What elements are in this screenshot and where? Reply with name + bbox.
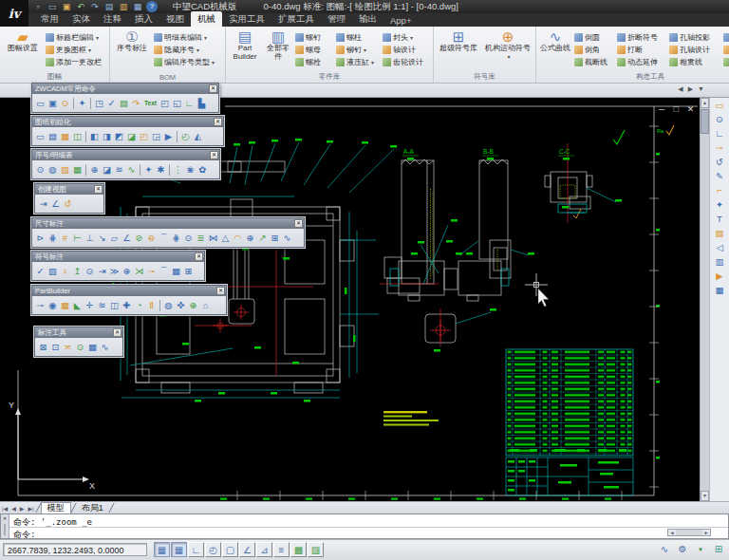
toolbar-icon[interactable]: # [59, 231, 71, 245]
toolbar-图纸初始化[interactable]: 图纸初始化✕▭▤▦◫◧◨◩◪◰◲▶◴◭ [31, 116, 224, 146]
toolbar-icon[interactable]: ⊙ [182, 231, 195, 245]
status-toggle[interactable]: ▦ [171, 542, 187, 557]
toolbar-标注工具[interactable]: 标注工具✕⊠⊡≍⊙▦∿ [34, 327, 123, 357]
toolbar-icon[interactable]: ⊙ [59, 96, 71, 110]
toolbar-icon[interactable]: Text [142, 96, 159, 110]
command-grip[interactable] [4, 524, 6, 535]
toolbar-icon[interactable]: ◱ [171, 96, 183, 110]
toolbar-icon[interactable]: ≍ [62, 340, 74, 354]
toolbar-titlebar[interactable]: 尺寸标注✕ [32, 218, 304, 229]
toolbar-close-icon[interactable]: ✕ [113, 328, 122, 337]
ribbon-item-更换图框[interactable]: 更换图框▾ [46, 44, 106, 55]
scrollbar-thumb[interactable] [701, 109, 709, 134]
ribbon-item-封头[interactable]: 封头▾ [383, 31, 430, 43]
toolbar-icon[interactable]: ◠ [232, 231, 244, 245]
command-window[interactable]: ✕ 命令: '_.zoom _e 命令: ◀ ▶ [0, 513, 729, 539]
menu-tab-注释[interactable]: 注释 [97, 11, 128, 27]
palette-icon[interactable]: T [710, 212, 729, 226]
toolbar-icon[interactable]: ∟ [183, 96, 196, 110]
toolbar-icon[interactable]: ⊞ [269, 231, 281, 245]
ribbon-item-孔轴设计[interactable]: 孔轴设计 [669, 44, 720, 55]
menu-tab-实体[interactable]: 实体 [65, 11, 97, 27]
toolbar-icon[interactable]: ▤ [118, 96, 130, 110]
ribbon-item-添加一更改栏[interactable]: 添加一更改栏 [46, 56, 106, 67]
toolbar-icon[interactable]: ✓ [34, 264, 47, 278]
palette-icon[interactable]: ↺ [710, 155, 729, 169]
toolbar-icon[interactable]: ✦ [76, 96, 88, 110]
palette-icon[interactable]: ∟ [710, 126, 729, 140]
palette-icon[interactable]: ◁ [710, 240, 729, 254]
toolbar-icon[interactable]: ⊖ [145, 231, 158, 245]
toolbar-尺寸标注[interactable]: 尺寸标注✕⊳⋕#⊢⊥↘▱∠⊘⊖⌒⋕⊙≣⋈△◠⊕↗⊞∿ [31, 217, 305, 248]
toolbar-icon[interactable]: ◍ [47, 162, 59, 177]
toolbar-icon[interactable]: ▤ [47, 129, 59, 143]
ribbon-item-螺栓[interactable]: 螺栓 [295, 56, 333, 67]
toolbar-icon[interactable]: ⋕ [170, 231, 182, 245]
toolbar-icon[interactable]: ◳ [93, 96, 105, 110]
ribbon-item-标题栏编辑[interactable]: 标题栏编辑▾ [46, 31, 106, 43]
status-toggle[interactable]: ⊿ [256, 542, 272, 557]
ribbon-item-液压缸[interactable]: 液压缸▾ [336, 56, 380, 67]
ribbon-item-倒角[interactable]: 倒角 [574, 44, 614, 55]
toolbar-icon[interactable]: ⌒ [158, 264, 170, 278]
ribbon-item-铆钉[interactable]: 铆钉▾ [336, 44, 380, 55]
toolbar-icon[interactable]: ✿ [196, 162, 209, 177]
toolbar-icon[interactable]: ⊙ [34, 162, 47, 177]
doc-tab-nav-icon[interactable]: ◀ [678, 85, 682, 93]
palette-icon[interactable]: ⊸ [710, 140, 729, 155]
layout-tab-布局1[interactable]: 布局1 [76, 502, 109, 514]
toolbar-titlebar[interactable]: 序号/明细表✕ [32, 150, 219, 160]
ribbon-item-轴设计[interactable]: 轴设计 [383, 44, 430, 55]
toolbar-close-icon[interactable]: ✕ [94, 185, 103, 194]
toolbar-icon[interactable]: ≋ [113, 162, 125, 177]
toolbar-icon[interactable]: ◫ [108, 298, 121, 312]
ribbon-button-超级符号库[interactable]: ⊞超级符号库 [437, 28, 480, 73]
toolbar-icon[interactable]: ◪ [125, 129, 138, 143]
palette-icon[interactable]: ⊙ [710, 112, 729, 126]
toolbar-icon[interactable]: ↷ [130, 96, 142, 110]
toolbar-icon[interactable]: ✦ [142, 162, 155, 177]
status-toggle[interactable]: ∟ [188, 542, 204, 557]
toolbar-icon[interactable]: ≋ [96, 298, 108, 312]
ribbon-item-单孔[interactable]: 单孔 [723, 44, 729, 55]
toolbar-icon[interactable]: ▦ [86, 340, 99, 354]
command-hscrollbar[interactable]: ◀ ▶ [667, 529, 711, 536]
palette-icon[interactable]: ▭ [710, 98, 729, 112]
layout-nav-icon[interactable]: ▶ [20, 505, 25, 512]
ribbon-item-相贯线[interactable]: 相贯线 [669, 56, 720, 67]
layout-tab-模型[interactable]: 模型 [41, 502, 71, 513]
ribbon-item-编辑序号类型[interactable]: 编辑序号类型▾ [154, 56, 222, 67]
menu-tab-实用工具[interactable]: 实用工具 [222, 11, 271, 27]
toolbar-titlebar[interactable]: 图纸初始化✕ [32, 117, 223, 127]
toolbar-icon[interactable]: ↘ [96, 231, 108, 245]
layout-nav-icon[interactable]: ▶| [28, 505, 33, 512]
toolbar-icon[interactable]: ◉ [47, 298, 59, 312]
toolbar-icon[interactable]: ▦ [170, 264, 182, 278]
toolbar-ZWCADM常用命令[interactable]: ZWCADM常用命令✕▭▣⊙✦◳✓▤↷Text◰◱∟▙ [31, 83, 219, 113]
toolbar-icon[interactable]: ◧ [88, 129, 101, 143]
toolbar-icon[interactable]: ↺ [62, 196, 74, 211]
toolbar-icon[interactable]: ▙ [196, 96, 208, 110]
toolbar-icon[interactable]: ⊕ [187, 298, 199, 312]
toolbar-icon[interactable]: ≣ [195, 231, 207, 245]
ribbon-item-孔轴投影[interactable]: 孔轴投影 [669, 31, 720, 43]
toolbar-icon[interactable]: ⊙ [74, 340, 86, 354]
toolbar-icon[interactable]: ◨ [101, 129, 113, 143]
ribbon-button-公式曲线[interactable]: ∿公式曲线 [539, 28, 571, 73]
toolbar-close-icon[interactable]: ✕ [216, 287, 225, 295]
toolbar-PartBuilder[interactable]: PartBuilder✕⊸◉▦◣✛≋◫✚◔Ⅱ◍✜⊕⌂ [31, 285, 227, 315]
menu-tab-视图[interactable]: 视图 [159, 11, 191, 27]
toolbar-icon[interactable]: ⊠ [37, 340, 49, 354]
toolbar-icon[interactable]: ⊞ [182, 264, 195, 278]
toolbar-close-icon[interactable]: ✕ [214, 118, 222, 126]
ribbon-item-齿轮设计[interactable]: 齿轮设计 [383, 56, 430, 67]
ribbon-item-折断符号[interactable]: 折断符号 [617, 31, 666, 43]
menu-tab-插入[interactable]: 插入 [128, 11, 159, 27]
palette-icon[interactable]: ✦ [710, 197, 729, 212]
toolbar-icon[interactable]: ▣ [47, 96, 59, 110]
toolbar-icon[interactable]: ≫ [108, 264, 121, 278]
toolbar-icon[interactable]: ♀ [59, 264, 71, 278]
toolbar-close-icon[interactable]: ✕ [294, 219, 303, 228]
toolbar-icon[interactable]: ⌂ [199, 298, 212, 312]
toolbar-icon[interactable]: ⊳ [34, 231, 47, 245]
